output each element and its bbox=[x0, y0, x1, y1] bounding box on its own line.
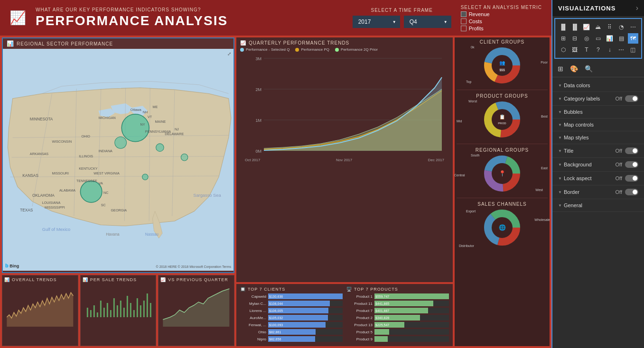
products-title: 🖥️ TOP 7 PRODUCTS bbox=[346, 287, 449, 292]
viz-option-general[interactable]: ▼ General bbox=[552, 199, 644, 212]
svg-text:$$$: $$$ bbox=[499, 68, 505, 72]
client-value: $82,656 bbox=[269, 338, 281, 341]
metric-revenue[interactable]: Revenue bbox=[461, 11, 490, 17]
border-toggle[interactable] bbox=[625, 189, 638, 195]
top-clients-section: 🔲 TOP 7 CLIENTS Capweld $130,636 Mylan C… bbox=[240, 287, 343, 343]
map-expand-icon[interactable]: ⤢ bbox=[227, 51, 231, 56]
viz-icon-image[interactable]: 🖼 bbox=[569, 45, 580, 55]
data-colors-chevron: ▼ bbox=[558, 83, 562, 88]
client-row: AuroMe... $105,032 bbox=[240, 315, 343, 321]
product-group-label-worst: Worst bbox=[468, 100, 477, 103]
product-row: Product 5 bbox=[346, 329, 449, 335]
client-groups-title: CLIENT GROUPS bbox=[457, 39, 548, 45]
background-toggle[interactable] bbox=[625, 161, 638, 168]
viz-tool-analytics[interactable]: 🔍 bbox=[583, 64, 594, 74]
client-name: Fenwal, ... bbox=[240, 323, 266, 327]
svg-text:ILLINOIS: ILLINOIS bbox=[79, 154, 93, 158]
revenue-checkbox[interactable] bbox=[461, 11, 467, 17]
viz-icon-text[interactable]: T bbox=[581, 45, 592, 55]
viz-option-map-controls[interactable]: ▼ Map controls bbox=[552, 119, 644, 131]
vs-prev-title: 📈 VS PREVIOUS QUARTER bbox=[160, 277, 232, 282]
viz-option-map-styles[interactable]: ▼ Map styles bbox=[552, 131, 644, 144]
product-bar bbox=[374, 336, 388, 342]
svg-text:ME: ME bbox=[152, 105, 158, 109]
viz-icon-extra1[interactable]: ◫ bbox=[628, 45, 638, 55]
svg-text:MAINE: MAINE bbox=[155, 119, 166, 124]
lock-aspect-toggle[interactable] bbox=[625, 175, 638, 182]
metric-profits[interactable]: Profits bbox=[461, 26, 484, 31]
viz-close-button[interactable]: › bbox=[636, 4, 638, 12]
sales-channel-label-wholesale: Wholesale bbox=[534, 218, 550, 221]
viz-icon-table[interactable]: ⊞ bbox=[558, 33, 569, 44]
viz-icon-pie[interactable]: ◔ bbox=[616, 22, 626, 32]
vs-prev-chart bbox=[160, 284, 232, 327]
viz-icon-more2[interactable]: ⋯ bbox=[616, 45, 626, 55]
header-icon: 📈 bbox=[9, 10, 26, 26]
svg-text:OKLAHOMA: OKLAHOMA bbox=[32, 193, 55, 198]
product-value: $401,887 bbox=[375, 309, 389, 312]
client-group-label-top: 0k bbox=[471, 46, 474, 49]
svg-text:NY: NY bbox=[140, 122, 145, 127]
legend-2q-prior: Performance 2Q Prior bbox=[335, 47, 378, 52]
product-bar bbox=[374, 329, 389, 335]
year-dropdown-wrap: 2017 bbox=[353, 16, 400, 28]
viz-icons-grid: ▐▌ ▐▌ 📈 ⛰ ⠿ ◔ ⋯ ⊞ ⊟ ◎ ▭ 📊 ▤ 🗺 ⬡ 🖼 T ? ↓ … bbox=[554, 18, 642, 59]
viz-icon-kpi[interactable]: 📊 bbox=[605, 33, 615, 44]
profits-checkbox[interactable] bbox=[461, 26, 467, 31]
viz-option-category-labels[interactable]: ▼ Category labels Off bbox=[552, 92, 644, 106]
viz-option-bubbles[interactable]: ▼ Bubbles bbox=[552, 106, 644, 119]
quarter-dropdown[interactable]: Q4 bbox=[404, 16, 451, 28]
viz-icon-card[interactable]: ▭ bbox=[593, 33, 603, 44]
product-name: Product 13 bbox=[346, 323, 373, 327]
viz-icon-line[interactable]: 📈 bbox=[581, 22, 592, 32]
regional-group-label-west: West bbox=[535, 188, 543, 192]
viz-icon-bar2[interactable]: ▐▌ bbox=[569, 22, 580, 32]
viz-icon-more1[interactable]: ⋯ bbox=[628, 22, 638, 32]
product-row: Product 1 $559,747 bbox=[346, 293, 449, 299]
viz-icon-gauge[interactable]: ◎ bbox=[581, 33, 592, 44]
title-toggle[interactable] bbox=[625, 147, 638, 154]
legend-dot-3 bbox=[335, 48, 339, 52]
revenue-label: Revenue bbox=[469, 11, 490, 17]
title-label: Title bbox=[564, 148, 616, 154]
costs-checkbox[interactable] bbox=[461, 18, 467, 24]
viz-icon-area[interactable]: ⛰ bbox=[593, 22, 603, 32]
product-bar-wrap: $559,747 bbox=[374, 293, 449, 299]
viz-option-title[interactable]: ▼ Title Off bbox=[552, 144, 644, 158]
client-row: Capweld $130,636 bbox=[240, 293, 343, 299]
viz-icon-slicer[interactable]: ▤ bbox=[616, 33, 626, 44]
viz-option-border[interactable]: ▼ Border Off bbox=[552, 185, 644, 199]
viz-option-background[interactable]: ▼ Background Off bbox=[552, 158, 644, 172]
bubbles-label: Bubbles bbox=[564, 109, 638, 115]
viz-icon-qna[interactable]: ? bbox=[593, 45, 603, 55]
viz-icon-matrix[interactable]: ⊟ bbox=[569, 33, 580, 44]
product-value: $225,547 bbox=[375, 323, 389, 327]
product-bar-wrap: $441,865 bbox=[374, 301, 449, 306]
product-row: Product 13 $225,547 bbox=[346, 322, 449, 328]
category-labels-toggle[interactable] bbox=[625, 95, 638, 102]
quarterly-title-text: QUARTERLY PERFORMANCE TRENDS bbox=[249, 40, 349, 46]
viz-icon-import[interactable]: ↓ bbox=[605, 45, 615, 55]
year-dropdown[interactable]: 2017 bbox=[353, 16, 400, 28]
viz-option-data-colors[interactable]: ▼ Data colors bbox=[552, 79, 644, 92]
product-name: Product 1 bbox=[346, 294, 373, 299]
metric-costs[interactable]: Costs bbox=[461, 18, 482, 24]
viz-tool-format[interactable]: 🎨 bbox=[569, 64, 579, 74]
viz-icon-scatter[interactable]: ⠿ bbox=[605, 22, 615, 32]
category-labels-value: Off bbox=[616, 96, 622, 101]
svg-text:PENNSYLVANIA: PENNSYLVANIA bbox=[145, 129, 171, 134]
product-row: Product 2 $340,828 bbox=[346, 315, 449, 321]
sales-channels-title: SALES CHANNELS bbox=[457, 201, 548, 207]
svg-text:MISSISSIPPI: MISSISSIPPI bbox=[45, 205, 65, 210]
product-name: Product 5 bbox=[346, 330, 373, 334]
viz-option-lock-aspect[interactable]: ▼ Lock aspect Off bbox=[552, 172, 644, 185]
regional-groups-section: REGIONAL GROUPS 📍 South East Central Wes… bbox=[457, 147, 548, 192]
viz-tool-fields[interactable]: ⊞ bbox=[556, 64, 565, 74]
viz-icon-shape[interactable]: ⬡ bbox=[558, 45, 569, 55]
legend-pq: Performance PQ bbox=[295, 47, 329, 52]
svg-text:VT: VT bbox=[148, 115, 152, 119]
svg-text:WEST VIRGINIA: WEST VIRGINIA bbox=[93, 171, 120, 175]
viz-icon-map[interactable]: 🗺 bbox=[628, 33, 638, 44]
viz-icon-bar[interactable]: ▐▌ bbox=[558, 22, 569, 32]
map-container[interactable]: MINNESOTA MICHIGAN OHIO INDIANA ILLINOIS… bbox=[3, 49, 233, 271]
